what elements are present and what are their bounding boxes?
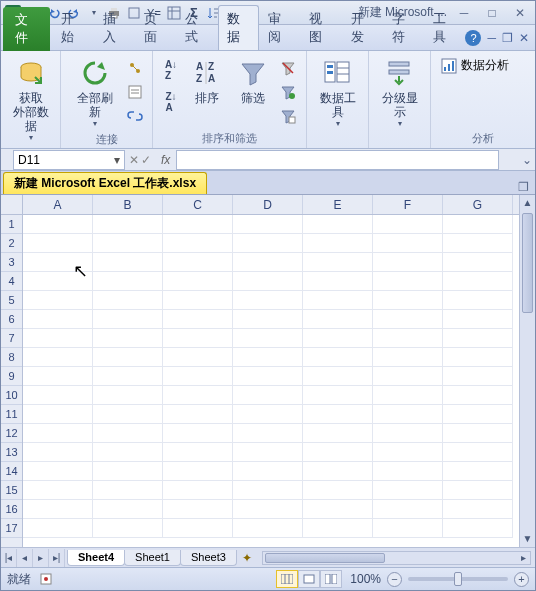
cell[interactable]	[373, 215, 443, 234]
cell[interactable]	[303, 234, 373, 253]
scroll-right-icon[interactable]: ▸	[516, 552, 530, 564]
row-header[interactable]: 10	[1, 386, 22, 405]
zoom-slider[interactable]	[408, 577, 508, 581]
cell[interactable]	[93, 272, 163, 291]
cell[interactable]	[443, 329, 513, 348]
row-header[interactable]: 3	[1, 253, 22, 272]
cell[interactable]	[93, 500, 163, 519]
sort-asc-icon[interactable]: A↓Z	[160, 59, 182, 81]
scroll-up-icon[interactable]: ▲	[520, 195, 535, 211]
cell[interactable]	[443, 405, 513, 424]
last-sheet-icon[interactable]: ▸|	[49, 549, 65, 567]
formula-input[interactable]	[176, 150, 499, 170]
cell[interactable]	[303, 348, 373, 367]
cell[interactable]	[23, 462, 93, 481]
cell[interactable]	[303, 519, 373, 538]
vertical-scrollbar[interactable]: ▲ ▼	[519, 195, 535, 547]
cell[interactable]	[233, 348, 303, 367]
advanced-filter-icon[interactable]	[277, 105, 299, 127]
cell[interactable]	[373, 272, 443, 291]
cell[interactable]	[23, 215, 93, 234]
cell[interactable]	[443, 291, 513, 310]
cell[interactable]	[373, 481, 443, 500]
cell[interactable]	[233, 424, 303, 443]
col-header[interactable]: C	[163, 195, 233, 214]
doc-close-icon[interactable]: ✕	[519, 31, 529, 45]
cell[interactable]	[303, 500, 373, 519]
tab-formulas[interactable]: 公式	[176, 5, 217, 50]
cell[interactable]	[23, 405, 93, 424]
cell[interactable]	[373, 348, 443, 367]
cell[interactable]	[93, 348, 163, 367]
row-header[interactable]: 8	[1, 348, 22, 367]
tab-developer[interactable]: 开发	[342, 5, 383, 50]
row-header[interactable]: 11	[1, 405, 22, 424]
cell[interactable]	[23, 272, 93, 291]
cell[interactable]	[93, 443, 163, 462]
cell[interactable]	[233, 291, 303, 310]
next-sheet-icon[interactable]: ▸	[33, 549, 49, 567]
sort-asc-desc-buttons[interactable]: A↓Z Z↓A	[159, 55, 183, 123]
cell[interactable]	[373, 443, 443, 462]
cell[interactable]	[303, 405, 373, 424]
row-header[interactable]: 4	[1, 272, 22, 291]
cell[interactable]	[443, 253, 513, 272]
outline-button[interactable]: 分级显示 ▾	[375, 55, 424, 130]
cell[interactable]	[443, 424, 513, 443]
properties-icon[interactable]	[124, 81, 146, 103]
tab-tools[interactable]: 工具	[424, 5, 465, 50]
cell[interactable]	[23, 329, 93, 348]
cell[interactable]	[443, 234, 513, 253]
cell[interactable]	[93, 424, 163, 443]
get-external-data-button[interactable]: 获取 外部数据 ▾	[7, 55, 54, 144]
cell[interactable]	[303, 272, 373, 291]
sheet-tab[interactable]: Sheet4	[67, 550, 125, 566]
row-header[interactable]: 5	[1, 291, 22, 310]
cell[interactable]	[443, 367, 513, 386]
macro-record-icon[interactable]	[39, 572, 53, 586]
cell[interactable]	[163, 519, 233, 538]
workbook-restore-icon[interactable]: ❐	[512, 180, 535, 194]
cell[interactable]	[93, 386, 163, 405]
cell[interactable]	[163, 348, 233, 367]
cell[interactable]	[93, 215, 163, 234]
cell[interactable]	[443, 386, 513, 405]
cell[interactable]	[93, 234, 163, 253]
tab-view[interactable]: 视图	[300, 5, 341, 50]
scroll-down-icon[interactable]: ▼	[520, 531, 535, 547]
cell[interactable]	[303, 329, 373, 348]
cell[interactable]	[303, 386, 373, 405]
cell[interactable]	[233, 215, 303, 234]
zoom-value[interactable]: 100%	[350, 572, 381, 586]
connections-icon[interactable]	[124, 57, 146, 79]
row-header[interactable]: 13	[1, 443, 22, 462]
tab-page[interactable]: 页面	[135, 5, 176, 50]
cell[interactable]	[373, 367, 443, 386]
cell[interactable]	[443, 272, 513, 291]
row-header[interactable]: 14	[1, 462, 22, 481]
cell[interactable]	[23, 443, 93, 462]
insert-sheet-icon[interactable]: ✦	[236, 550, 258, 566]
cell[interactable]	[233, 481, 303, 500]
cell[interactable]	[303, 215, 373, 234]
zoom-out-icon[interactable]: −	[387, 572, 402, 587]
cell[interactable]	[163, 500, 233, 519]
cell[interactable]	[373, 310, 443, 329]
col-header[interactable]: G	[443, 195, 513, 214]
vscroll-thumb[interactable]	[522, 213, 533, 313]
cell[interactable]	[23, 519, 93, 538]
horizontal-scrollbar[interactable]: ◂ ▸	[262, 551, 531, 565]
cell[interactable]	[163, 443, 233, 462]
cell[interactable]	[373, 291, 443, 310]
cell[interactable]	[443, 481, 513, 500]
maximize-icon[interactable]: □	[481, 6, 503, 20]
cell[interactable]	[303, 291, 373, 310]
tab-insert[interactable]: 插入	[94, 5, 135, 50]
cell[interactable]	[93, 253, 163, 272]
col-header[interactable]: E	[303, 195, 373, 214]
row-header[interactable]: 1	[1, 215, 22, 234]
data-tools-button[interactable]: 数据工具 ▾	[313, 55, 362, 130]
cell[interactable]	[443, 348, 513, 367]
clear-filter-icon[interactable]	[277, 57, 299, 79]
col-header[interactable]: A	[23, 195, 93, 214]
